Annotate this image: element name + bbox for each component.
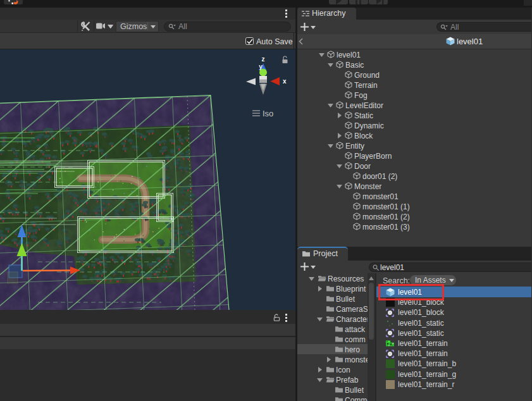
svg-text:y: y	[259, 63, 263, 70]
svg-text:x: x	[283, 78, 287, 85]
svg-text:z: z	[262, 56, 265, 63]
svg-text:Iso: Iso	[263, 109, 273, 118]
